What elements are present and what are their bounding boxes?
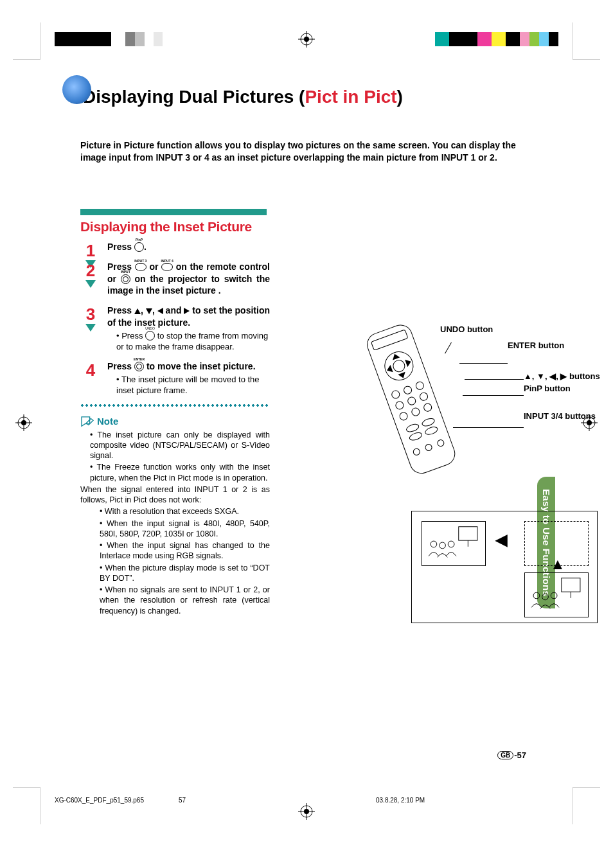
title-suffix: ) (397, 87, 403, 107)
page-title: Displaying Dual Pictures (Pict in Pict) (80, 87, 530, 107)
step-1: 1 Press PinP. (80, 241, 270, 253)
svg-point-48 (542, 594, 549, 600)
pip-diagram: ◀ ▲ (411, 511, 598, 623)
intro-paragraph: Picture in Picture function allows you t… (80, 139, 530, 164)
svg-point-43 (440, 542, 446, 549)
note-body: • The inset picture can only be displaye… (80, 430, 270, 616)
note-label: Note (97, 416, 118, 427)
up-arrow-icon (134, 308, 141, 314)
svg-point-3 (304, 37, 309, 42)
left-arrow-icon (157, 308, 163, 314)
callout-pinp: PinP button (524, 384, 571, 393)
note-icon (80, 416, 94, 427)
svg-point-47 (533, 592, 540, 599)
step-number: 2 (80, 261, 101, 281)
step-4: 4 Press ENTER to move the inset picture.… (80, 360, 270, 396)
registration-mark-left (15, 414, 32, 431)
undo-button-icon: UNDO (145, 331, 155, 341)
printer-bar-left (55, 32, 172, 46)
heading-ornament (62, 75, 91, 104)
callout-arrows: ▲, ▼, ◀, ▶ buttons (524, 371, 600, 381)
registration-mark-top (298, 31, 315, 48)
remote-illustration (350, 318, 479, 492)
section-bar (80, 209, 267, 215)
footer-file: XG-C60X_E_PDF_p51_59.p65 (55, 797, 144, 804)
svg-point-44 (448, 541, 454, 547)
pinp-button-icon: PinP (134, 242, 144, 252)
title-highlight: Pict in Pict (305, 87, 396, 107)
footer-date: 03.8.28, 2:10 PM (376, 797, 425, 804)
remote-diagram: UNDO button ENTER button ▲, ▼, ◀, ▶ butt… (376, 324, 607, 498)
enter-button-icon: ENTER (134, 362, 144, 371)
svg-point-7 (304, 809, 309, 814)
svg-point-42 (431, 541, 437, 547)
step-2: 2 Press INPUT 3 or INPUT 4 on the remote… (80, 261, 270, 297)
title-prefix: Displaying Dual Pictures ( (83, 87, 305, 107)
svg-rect-16 (364, 322, 458, 477)
step-3: 3 Press , , and to set the position of t… (80, 305, 270, 353)
step-number: 1 (80, 241, 101, 261)
footer-meta: XG-C60X_E_PDF_p51_59.p65 57 03.8.28, 2:1… (55, 797, 558, 804)
registration-mark-bottom (298, 803, 315, 820)
step-arrow-icon (85, 280, 96, 288)
down-arrow-icon (146, 308, 152, 314)
input3-button-icon: INPUT 3 (135, 263, 147, 270)
step-separator (80, 404, 269, 407)
svg-rect-40 (459, 527, 477, 540)
people-icon (422, 522, 485, 565)
svg-point-11 (21, 420, 26, 425)
svg-rect-45 (562, 578, 580, 592)
pip-arrow-up-icon: ▲ (550, 555, 565, 573)
step-number: 4 (80, 360, 101, 380)
callout-undo: UNDO button (440, 324, 493, 334)
input-projector-button-icon: INPUT (121, 274, 130, 284)
gb-badge: GB (497, 751, 513, 759)
people-icon (525, 573, 588, 617)
printer-bar-right (435, 32, 558, 46)
input4-button-icon: INPUT 4 (161, 263, 173, 270)
note-header: Note (80, 416, 270, 427)
step-number: 3 (80, 305, 101, 324)
footer-page: 57 (179, 797, 186, 804)
callout-enter: ENTER button (508, 341, 564, 350)
step-arrow-icon (85, 324, 96, 332)
pip-arrow-left-icon: ◀ (495, 531, 507, 549)
section-heading: Displaying the Inset Picture (80, 219, 530, 235)
svg-point-49 (551, 592, 557, 599)
page-number: GB-57 (497, 750, 526, 760)
callout-input34: INPUT 3/4 buttons (524, 411, 596, 421)
